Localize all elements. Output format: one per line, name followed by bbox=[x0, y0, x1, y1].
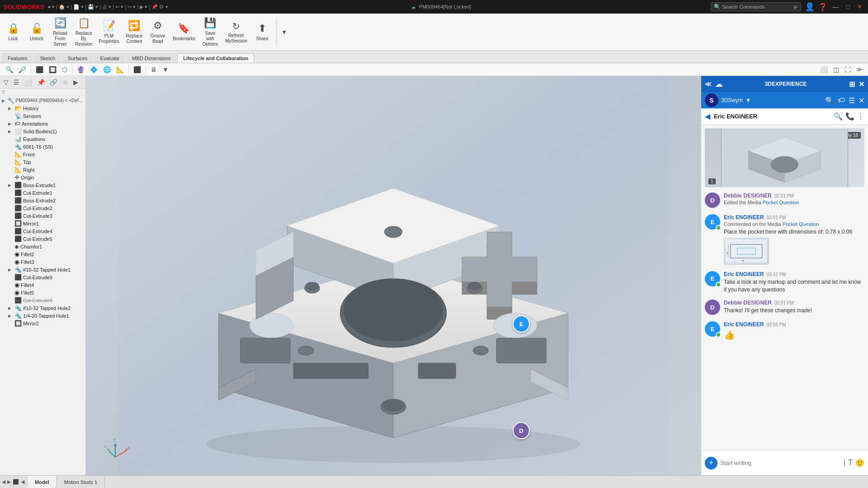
tree-item-solid-bodies[interactable]: ▶ ⬜ Solid Bodies(1) bbox=[0, 127, 85, 135]
view-orient-icon[interactable]: ⬛ bbox=[34, 65, 45, 74]
tree-item-cut-extrude5[interactable]: ⬛ Cut-Extrude5 bbox=[0, 235, 85, 243]
panel-menu-icon[interactable]: ☰ bbox=[849, 96, 855, 105]
tree-pin-icon[interactable]: 📌 bbox=[35, 78, 47, 87]
share-button[interactable]: ⬆ Share bbox=[251, 20, 274, 44]
tree-star-icon[interactable]: ☆ bbox=[61, 78, 70, 87]
tree-item-tapped-hole2[interactable]: ▶ 🔩 #10-32 Tapped Hole2 bbox=[0, 304, 85, 312]
panel-phone-icon[interactable]: 📞 bbox=[845, 112, 854, 121]
tree-item-mirror2[interactable]: 🔲 Mirror2 bbox=[0, 319, 85, 327]
view-disp-icon[interactable]: ⬡ bbox=[60, 65, 69, 74]
tree-item-front[interactable]: 📐 Front bbox=[0, 150, 85, 158]
view-more-icon[interactable]: ▼ bbox=[160, 65, 170, 74]
minimize-button[interactable]: — bbox=[831, 3, 841, 10]
tree-item-fillet5[interactable]: ◉ Fillet5 bbox=[0, 289, 85, 296]
panel-grid-icon[interactable]: ⊞ bbox=[849, 80, 855, 89]
tree-item-right[interactable]: 📐 Right bbox=[0, 166, 85, 174]
msg-link-2[interactable]: Pocket Question bbox=[783, 221, 819, 227]
tab-home-icon[interactable]: ⬛ bbox=[13, 479, 19, 485]
maximize-button[interactable]: □ bbox=[844, 3, 852, 10]
tree-flat-icon[interactable]: ⬜ bbox=[23, 78, 34, 87]
tab-sketch[interactable]: Sketch bbox=[34, 53, 61, 63]
refresh-mysession-button[interactable]: ↻ Refresh MySession bbox=[222, 19, 250, 46]
panel-collapse-icon[interactable]: ≪ bbox=[705, 80, 712, 88]
message-input[interactable] bbox=[720, 460, 841, 466]
floating-user-avatar[interactable]: E bbox=[513, 315, 530, 333]
search-commands-box[interactable]: 🔍 Search Commands ▶ bbox=[711, 2, 801, 11]
hide-show-icon[interactable]: ⬛ bbox=[132, 65, 143, 74]
tree-list-icon[interactable]: ☰ bbox=[12, 78, 21, 87]
tree-item-origin[interactable]: ✛ Origin bbox=[0, 174, 85, 181]
rotate-icon[interactable]: 🔮 bbox=[75, 65, 86, 74]
tree-item-material[interactable]: 🔩 6061-T6 (SS) bbox=[0, 143, 85, 150]
tree-item-cut-extrude3[interactable]: ⬛ Cut-Extrude3 bbox=[0, 212, 85, 220]
groove-bead-button[interactable]: ⚙ Groove Bead bbox=[146, 18, 169, 46]
tree-item-fillet3[interactable]: ◉ Fillet3 bbox=[0, 258, 85, 266]
dropdown-arrow[interactable]: ▼ bbox=[281, 28, 288, 36]
tree-link-icon[interactable]: 🔗 bbox=[48, 78, 59, 87]
collapse-panel-icon[interactable]: ≫ bbox=[854, 65, 864, 74]
tree-item-chamfer1[interactable]: ◈ Chamfer1 bbox=[0, 243, 85, 250]
text-format-icon[interactable]: T bbox=[848, 459, 853, 467]
tree-item-cut-extrude8[interactable]: ⬛ Cut-Extrude8 bbox=[0, 296, 85, 304]
tree-item-cut-extrude1[interactable]: ⬛ Cut-Extrude1 bbox=[0, 189, 85, 197]
replace-content-button[interactable]: 🔁 Replace Content bbox=[123, 18, 146, 46]
tree-item-boss-extrude2[interactable]: ⬛ Boss-Extrude2 bbox=[0, 197, 85, 204]
split-view-vert-icon[interactable]: ◫ bbox=[831, 65, 841, 74]
save-with-options-button[interactable]: 💾 Save with Options bbox=[199, 15, 222, 49]
tab-scroll3-icon[interactable]: ◀ bbox=[21, 479, 24, 485]
scene-icon[interactable]: 📐 bbox=[114, 65, 126, 74]
tree-item-fillet4[interactable]: ◉ Fillet4 bbox=[0, 281, 85, 289]
tab-scroll-left-icon[interactable]: ◀ bbox=[2, 479, 5, 485]
tab-evaluate[interactable]: Evaluate bbox=[94, 53, 125, 63]
tab-surfaces[interactable]: Surfaces bbox=[62, 53, 93, 63]
fullscreen-icon[interactable]: ⛶ bbox=[843, 65, 853, 74]
panel-search2-icon[interactable]: 🔍 bbox=[834, 112, 843, 121]
panel-search-icon[interactable]: 🔍 bbox=[825, 96, 834, 105]
tree-item-annotations[interactable]: ▶ 🏷 Annotations bbox=[0, 120, 85, 127]
zoom-to-fit-icon[interactable]: 🔍 bbox=[4, 65, 15, 74]
close-button[interactable]: ✕ bbox=[855, 3, 864, 10]
lights-icon[interactable]: 💠 bbox=[88, 65, 99, 74]
help-icon[interactable]: ❓ bbox=[818, 3, 827, 11]
video-thumbnail[interactable]: Thursday, July 18 ▶ 1 bbox=[705, 128, 864, 187]
tab-model[interactable]: Model bbox=[28, 476, 57, 488]
panel-bookmark-icon[interactable]: 🏷 bbox=[838, 96, 845, 105]
view-section-icon[interactable]: 🔲 bbox=[47, 65, 58, 74]
tab-mbd-dimensions[interactable]: MBD Dimensions bbox=[126, 53, 176, 63]
view-dropdown-icon[interactable]: 🖥 bbox=[149, 65, 159, 74]
msg-link-1[interactable]: Pocket Question bbox=[763, 200, 799, 205]
tree-item-history[interactable]: ▶ 📂 History bbox=[0, 104, 85, 112]
floating-user2-avatar[interactable]: D bbox=[513, 422, 530, 439]
tab-motion-study[interactable]: Motion Study 1 bbox=[57, 476, 105, 488]
tree-item-equations[interactable]: 📊 Equations bbox=[0, 135, 85, 143]
lock-button[interactable]: 🔒 Lock bbox=[2, 20, 24, 44]
appearance-icon[interactable]: 🌐 bbox=[101, 65, 113, 74]
bookmarks-button[interactable]: 🔖 Bookmarks bbox=[170, 20, 198, 44]
text-cursor-icon[interactable]: | bbox=[844, 459, 845, 467]
msg-image-2[interactable]: H W bbox=[724, 238, 769, 265]
reload-from-server-button[interactable]: 🔄 Reload From Server bbox=[49, 15, 71, 49]
panel-close-icon[interactable]: ✕ bbox=[859, 80, 864, 89]
tree-item-boss-extrude1[interactable]: ▶ ⬛ Boss-Extrude1 bbox=[0, 181, 85, 189]
tab-features[interactable]: Features bbox=[2, 53, 33, 63]
platform-dropdown-icon[interactable]: ▼ bbox=[745, 97, 751, 103]
tree-item-tapped-hole3[interactable]: ▶ 🔩 1/4-20 Tapped Hole1 bbox=[0, 312, 85, 319]
plm-properties-button[interactable]: 📝 PLM Properties bbox=[96, 18, 122, 46]
user-avatar-icon[interactable]: 👤 bbox=[805, 2, 815, 12]
tree-item-cut-extrude9[interactable]: ⬛ Cut-Extrude9 bbox=[0, 273, 85, 281]
tree-expand-icon[interactable]: ▶ bbox=[71, 78, 80, 87]
split-view-horiz-icon[interactable]: ⬜ bbox=[818, 65, 830, 74]
tree-item-tapped-hole1[interactable]: ▶ 🔩 #10-32 Tapped Hole1 bbox=[0, 266, 85, 273]
tab-lifecycle[interactable]: Lifecycle and Collaboration bbox=[177, 53, 254, 63]
panel-more-icon[interactable]: ⋮ bbox=[857, 112, 864, 121]
tree-item-cut-extrude4[interactable]: ⬛ Cut-Extrude4 bbox=[0, 227, 85, 235]
unlock-button[interactable]: 🔓 Unlock bbox=[25, 20, 48, 44]
panel-back-icon[interactable]: ◀ bbox=[705, 112, 710, 121]
tree-item-mirror1[interactable]: 🔲 Mirror1 bbox=[0, 220, 85, 227]
emoji-icon[interactable]: 🙂 bbox=[855, 459, 864, 467]
tab-scroll-right-icon[interactable]: ▶ bbox=[7, 479, 11, 485]
tree-item-sensors[interactable]: 📡 Sensors bbox=[0, 112, 85, 120]
panel-close2-icon[interactable]: ✕ bbox=[859, 96, 864, 105]
tree-root-item[interactable]: ▶ 🔧 PM009464 (PM009464) < <Default_Phot bbox=[0, 97, 85, 104]
3d-viewport[interactable]: X Y Z E D bbox=[86, 76, 701, 475]
